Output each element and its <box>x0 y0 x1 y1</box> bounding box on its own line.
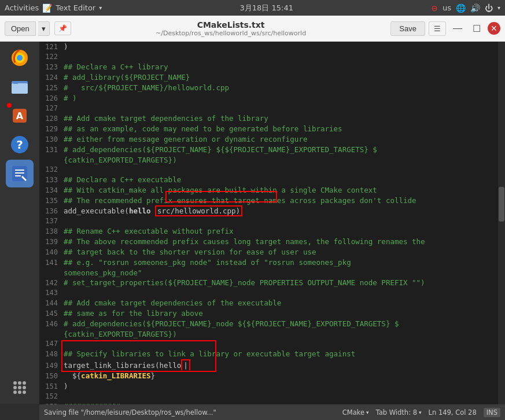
code-line: 139## The above recommended prefix cause… <box>42 237 498 247</box>
code-line: 146# add_dependencies(${PROJECT_NAME}_no… <box>42 319 498 329</box>
code-line: 130## either from message generation or … <box>42 134 498 145</box>
tab-width-selector[interactable]: Tab Width: 8 ▾ <box>376 408 422 417</box>
topbar-center: 3月18日 15:41 <box>240 3 293 13</box>
editor-area[interactable]: 121) 122 123## Declare a C++ library 124… <box>39 42 505 404</box>
hamburger-menu-button[interactable]: ☰ <box>429 21 446 36</box>
code-line: 143 <box>42 288 498 298</box>
network-off-icon: ⊖ <box>431 3 438 13</box>
svg-point-16 <box>18 381 21 385</box>
code-line: 145## same as for the library above <box>42 308 498 319</box>
svg-rect-4 <box>12 83 28 94</box>
file-name: CMakeLists.txt <box>197 20 265 30</box>
svg-point-20 <box>23 386 26 389</box>
code-line: 127 <box>42 104 498 113</box>
system-menu-arrow[interactable]: ▾ <box>497 5 500 11</box>
sidebar-icon-help[interactable]: ? <box>6 131 34 159</box>
app-name-label[interactable]: Text Editor <box>56 3 95 12</box>
code-line: 122 <box>42 52 498 62</box>
cursor-position: Ln 149, Col 28 <box>429 408 477 417</box>
scrollbar-thumb[interactable] <box>499 187 504 222</box>
code-line: 125# src/${PROJECT_NAME}/helloworld.cpp <box>42 83 498 93</box>
statusbar-right: CMake ▾ Tab Width: 8 ▾ Ln 149, Col 28 IN… <box>342 408 500 417</box>
titlebar: Open ▾ 📌 CMakeLists.txt ~/Desktop/ros_ws… <box>0 16 505 42</box>
sidebar: A ? <box>0 42 39 404</box>
app-icon: 📝 <box>42 3 52 13</box>
topbar-right: ⊖ us 🌐 🔊 ⏻ ▾ <box>431 3 500 13</box>
sidebar-icon-apps[interactable] <box>6 374 34 401</box>
save-button[interactable]: Save <box>390 21 425 36</box>
svg-point-23 <box>23 390 26 394</box>
tab-arrow: ▾ <box>419 410 422 415</box>
code-line: 133## Declare a C++ executable <box>42 175 498 185</box>
topbar-left: Activities 📝 Text Editor ▾ <box>5 3 102 13</box>
svg-point-19 <box>18 386 21 389</box>
code-line: 129## as an example, code may need to be… <box>42 124 498 134</box>
close-button[interactable]: ✕ <box>488 22 500 35</box>
scrollbar[interactable] <box>498 42 505 404</box>
code-line: {catkin_EXPORTED_TARGETS}) <box>42 329 498 339</box>
code-line: 148## Specify libraries to link a librar… <box>42 349 498 359</box>
code-line: 142# set_target_properties(${PROJECT_NAM… <box>42 278 498 288</box>
system-topbar: Activities 📝 Text Editor ▾ 3月18日 15:41 ⊖… <box>0 0 505 16</box>
code-area[interactable]: 121) 122 123## Declare a C++ library 124… <box>39 42 505 404</box>
code-line: 140## target back to the shorter version… <box>42 247 498 257</box>
open-dropdown-button[interactable]: ▾ <box>38 21 50 36</box>
file-path: ~/Desktop/ros_ws/helloworld_ws/src/hello… <box>156 30 306 37</box>
titlebar-center: CMakeLists.txt ~/Desktop/ros_ws/hellowor… <box>71 20 391 37</box>
code-content[interactable]: 121) 122 123## Declare a C++ library 124… <box>39 42 498 404</box>
svg-point-21 <box>13 390 17 394</box>
code-line: 123## Declare a C++ library <box>42 62 498 72</box>
svg-rect-5 <box>13 81 19 84</box>
code-line: 141## e.g. "rosrun someones_pkg node" in… <box>42 257 498 268</box>
language-selector[interactable]: CMake ▾ <box>342 408 369 417</box>
code-line: someones_pkg_node" <box>42 268 498 278</box>
notification-dot <box>7 103 12 108</box>
sidebar-icon-firefox[interactable] <box>6 44 34 72</box>
code-line-149: 149 target_link_libraries(hello| <box>42 359 498 371</box>
code-line: 124# add_library(${PROJECT_NAME} <box>42 72 498 83</box>
datetime-label: 3月18日 15:41 <box>240 3 293 13</box>
code-line-150: 150 ${catkin_LIBRARIES} <box>42 371 498 381</box>
code-line: 135## The recommended prefix ensures tha… <box>42 196 498 206</box>
svg-point-15 <box>13 381 17 385</box>
activities-label[interactable]: Activities <box>5 3 39 12</box>
svg-point-17 <box>23 381 26 385</box>
code-line: 138## Rename C++ executable without pref… <box>42 226 498 237</box>
statusbar: Saving file "/home/leisure/Desktop/ros_w… <box>39 404 505 420</box>
lang-arrow: ▾ <box>366 410 369 415</box>
titlebar-right: Save ☰ — ☐ ✕ <box>390 21 505 36</box>
code-line: 132 <box>42 165 498 175</box>
code-line: 137 <box>42 216 498 226</box>
sidebar-icon-software[interactable]: A <box>6 102 34 130</box>
power-icon[interactable]: ⏻ <box>485 3 493 13</box>
maximize-button[interactable]: ☐ <box>469 22 484 35</box>
code-line: 121) <box>42 42 498 52</box>
code-line: 134## With catkin_make all packages are … <box>42 185 498 196</box>
svg-point-2 <box>17 55 23 61</box>
lang-label[interactable]: us <box>443 3 451 12</box>
svg-text:A: A <box>16 110 24 121</box>
open-button[interactable]: Open <box>5 21 36 36</box>
insert-mode-badge: INS <box>484 408 500 417</box>
svg-point-18 <box>13 386 17 389</box>
code-line: 147 <box>42 339 498 349</box>
svg-text:?: ? <box>16 138 23 152</box>
titlebar-left: Open ▾ 📌 <box>0 21 71 36</box>
svg-point-22 <box>18 390 21 394</box>
code-line: 144## Add cmake target dependencies of t… <box>42 298 498 308</box>
code-line: {catkin_EXPORTED_TARGETS}) <box>42 155 498 165</box>
sidebar-icon-editor[interactable] <box>6 160 34 187</box>
sidebar-icon-files[interactable] <box>6 73 34 101</box>
code-line: 131# add_dependencies(${PROJECT_NAME} ${… <box>42 145 498 155</box>
code-line: 128## Add cmake target dependencies of t… <box>42 113 498 124</box>
volume-icon[interactable]: 🔊 <box>470 3 480 13</box>
code-line-151: 151 ) <box>42 381 498 392</box>
statusbar-saving-text: Saving file "/home/leisure/Desktop/ros_w… <box>44 408 342 417</box>
app-menu-arrow[interactable]: ▾ <box>99 5 102 11</box>
code-line: 126# ) <box>42 93 498 104</box>
network-icon[interactable]: 🌐 <box>456 3 466 13</box>
code-line: 152 <box>42 392 498 401</box>
code-line-136: 136add_executable(hello src/helloworld.c… <box>42 206 498 216</box>
pin-button[interactable]: 📌 <box>54 21 71 35</box>
minimize-button[interactable]: — <box>449 22 466 35</box>
